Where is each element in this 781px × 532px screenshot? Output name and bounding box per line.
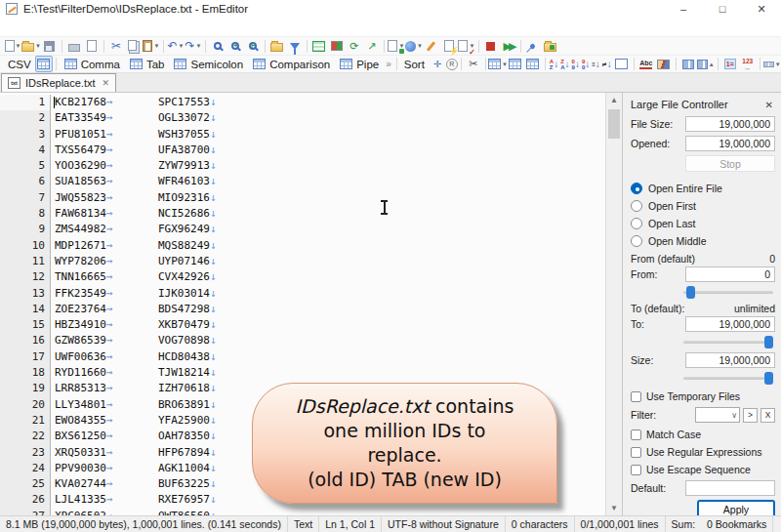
open-mode-radio[interactable]: Open First: [631, 197, 775, 215]
sort-num-asc-button[interactable]: 09↓: [572, 59, 580, 70]
refresh-button[interactable]: ⟳: [346, 38, 363, 55]
filter-combobox[interactable]: ∨: [695, 407, 740, 423]
editor-vertical-scrollbar[interactable]: ▲ ▼: [605, 93, 622, 515]
filter-expand-button[interactable]: >: [743, 408, 758, 423]
default-input[interactable]: [685, 480, 775, 496]
wrap-mode-button[interactable]: [310, 38, 328, 55]
csv-separator-mode-button[interactable]: Semicolon: [169, 58, 248, 71]
use-escape-sequence-checkbox[interactable]: [631, 465, 641, 475]
to-slider[interactable]: [683, 336, 773, 348]
stop-loading-button[interactable]: Stop: [685, 155, 775, 172]
zoom-out-button[interactable]: [244, 38, 262, 55]
csv-separator-mode-button[interactable]: Pipe: [335, 58, 384, 71]
menu-item[interactable]: [39, 25, 57, 29]
status-position[interactable]: Ln 1, Col 1: [319, 516, 382, 532]
scroll-thumb[interactable]: [608, 109, 620, 139]
print-button[interactable]: [65, 38, 83, 55]
panel-close-icon[interactable]: ✕: [763, 100, 775, 110]
toolbar-overflow-chevron[interactable]: »: [384, 59, 393, 69]
csv-separator-mode-button[interactable]: Comma: [60, 58, 125, 71]
redo-button[interactable]: ↷▼: [185, 38, 202, 55]
menu-item[interactable]: [127, 25, 144, 29]
menu-item[interactable]: [57, 25, 74, 29]
open-mode-radio[interactable]: Open Entire File: [631, 180, 775, 197]
csv-separator-mode-button[interactable]: Comparison: [248, 58, 335, 71]
macro-list-button[interactable]: ▼: [388, 38, 405, 55]
macro-record-button[interactable]: [423, 38, 440, 55]
search-button[interactable]: [209, 38, 226, 55]
sort-num-desc-button[interactable]: 90↓: [582, 59, 590, 70]
status-bookmarks[interactable]: 0 Bookmarks: [701, 516, 773, 532]
close-button[interactable]: ✕: [742, 0, 781, 18]
sort-az-button[interactable]: AZ↓: [550, 59, 558, 70]
to-input[interactable]: 19,000,000: [685, 316, 775, 332]
csv-separator-mode-button[interactable]: Tab: [125, 58, 170, 71]
menu-item[interactable]: [21, 25, 39, 29]
tab-idsreplace[interactable]: IDsReplace.txt ✕: [1, 73, 116, 92]
manage-columns-button[interactable]: ✂: [465, 56, 482, 72]
line-numbers-button[interactable]: 1=: [721, 56, 739, 72]
size-slider[interactable]: [683, 372, 773, 385]
match-case-checkbox[interactable]: [631, 430, 641, 440]
zoom-in-button[interactable]: [226, 38, 244, 55]
scroll-down-icon[interactable]: ▼: [606, 501, 622, 515]
menu-item[interactable]: [109, 25, 127, 29]
filter-clear-button[interactable]: X: [760, 408, 775, 423]
cut-button[interactable]: ✂: [107, 38, 125, 55]
scroll-track[interactable]: [606, 107, 622, 501]
print-preview-button[interactable]: [83, 38, 101, 55]
apply-button[interactable]: Apply: [697, 500, 775, 515]
from-slider-thumb[interactable]: [686, 286, 695, 299]
menu-item[interactable]: [144, 25, 162, 29]
sort-length-button[interactable]: ≡↓: [592, 59, 600, 69]
to-slider-thumb[interactable]: [764, 336, 773, 348]
macro-run-button[interactable]: [440, 38, 458, 55]
undo-button[interactable]: ↶▼: [167, 38, 185, 55]
external-link-button[interactable]: ↗: [363, 38, 381, 55]
save-button[interactable]: [41, 38, 59, 55]
select-column-button[interactable]: ▼: [489, 56, 507, 72]
open-button[interactable]: ▼: [21, 38, 41, 55]
minimize-button[interactable]: –: [664, 0, 703, 18]
digit-grouping-button[interactable]: 123﹏: [739, 56, 757, 72]
filter-button[interactable]: [286, 38, 304, 55]
menu-item[interactable]: [4, 25, 21, 29]
freeze-columns-button[interactable]: [507, 56, 524, 72]
paste-button[interactable]: ▼: [143, 38, 160, 55]
sort-occurrence-button[interactable]: ≓↓: [602, 59, 612, 69]
sync-scroll-button[interactable]: [328, 38, 346, 55]
menu-item[interactable]: [74, 25, 92, 29]
new-file-button[interactable]: ▼: [4, 38, 21, 55]
spelling-button[interactable]: Abc: [637, 56, 655, 72]
find-in-files-button[interactable]: [268, 38, 286, 55]
numbering-button[interactable]: [613, 56, 631, 72]
tab-close-icon[interactable]: ✕: [103, 78, 110, 88]
use-temporary-files-checkbox[interactable]: [631, 391, 641, 402]
edit-column-button[interactable]: [524, 56, 542, 72]
size-slider-thumb[interactable]: [764, 372, 773, 385]
sort-za-button[interactable]: ZA↓: [560, 59, 569, 70]
macro-options-button[interactable]: ▼: [458, 38, 475, 55]
from-input[interactable]: 0: [685, 266, 775, 282]
scroll-up-icon[interactable]: ▲: [606, 93, 622, 107]
split-column-button[interactable]: [679, 56, 697, 72]
sort-regex-button[interactable]: R: [446, 59, 458, 70]
combine-column-button[interactable]: ▲: [697, 56, 715, 72]
open-mode-radio[interactable]: Open Last: [631, 215, 775, 232]
editor-area[interactable]: 1 KCB21768→SPC17553↓ 2 EAT33549→OGL33072…: [0, 93, 622, 515]
use-regex-checkbox[interactable]: [631, 447, 641, 458]
copy-button[interactable]: [125, 38, 143, 55]
plugins-button[interactable]: [542, 38, 559, 55]
size-input[interactable]: 19,000,000: [685, 352, 775, 368]
open-mode-radio[interactable]: Open Middle: [631, 232, 775, 250]
from-slider[interactable]: [683, 286, 773, 299]
menu-item[interactable]: [92, 25, 109, 29]
sort-options-button[interactable]: ✛: [429, 56, 446, 72]
csv-mode-button[interactable]: [35, 56, 53, 72]
stop-button[interactable]: [482, 38, 500, 55]
pin-button[interactable]: [524, 38, 542, 55]
customize-toolbar-button[interactable]: ▼: [763, 56, 781, 72]
status-mode[interactable]: Text: [288, 516, 319, 532]
maximize-button[interactable]: □: [703, 0, 742, 18]
macro-library-button[interactable]: ▼: [405, 38, 423, 55]
